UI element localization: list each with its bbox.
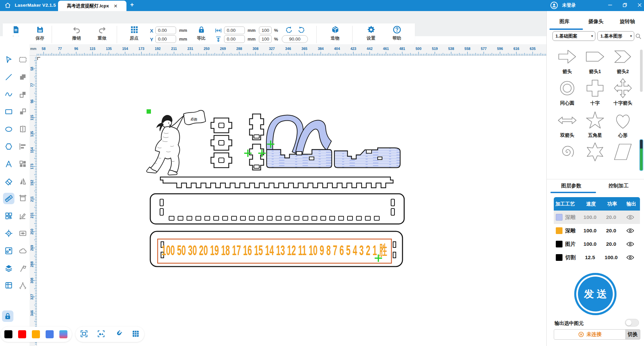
design-canvas[interactable]: mm 5877961151351541731922112312502692883… <box>30 44 546 346</box>
layer-power[interactable]: 20.0 <box>599 241 623 247</box>
panel-scrollbar[interactable] <box>640 50 643 92</box>
home-icon[interactable] <box>4 2 11 9</box>
settings-button[interactable]: 设置 <box>362 25 380 45</box>
tool-exclude-icon[interactable] <box>17 106 29 117</box>
eye-icon[interactable] <box>623 226 638 235</box>
tool-align-icon[interactable] <box>17 141 29 152</box>
person-flag-sketch[interactable]: 必胜 <box>147 110 206 175</box>
vertical-pieces[interactable] <box>250 114 264 170</box>
tab-close-icon[interactable]: ✕ <box>114 3 118 9</box>
rotate-cw-icon[interactable] <box>297 26 306 34</box>
tab-library[interactable]: 图库 <box>559 18 570 25</box>
color-swatch[interactable] <box>4 330 12 338</box>
y-input[interactable]: 0.00 <box>155 35 176 43</box>
tool-flag-icon[interactable] <box>17 263 29 274</box>
angle-input[interactable]: 90.00 <box>282 35 308 43</box>
tool-cloud-icon[interactable] <box>17 245 29 256</box>
tool-curve-icon[interactable] <box>3 89 14 100</box>
make-button[interactable]: 造物 <box>326 25 344 45</box>
shape-item-cross[interactable]: 十字 <box>583 78 607 106</box>
layer-row[interactable]: 图片100.020.0 <box>554 237 640 251</box>
window-minimize-icon[interactable] <box>607 2 613 8</box>
grid9-icon[interactable] <box>131 329 140 340</box>
layer-power[interactable]: 20.0 <box>599 228 623 234</box>
output-selected-toggle[interactable] <box>625 319 639 327</box>
tool-frame-icon[interactable] <box>17 193 29 204</box>
tab-control-process[interactable]: 控制加工 <box>608 183 629 189</box>
tool-node-edit-icon[interactable] <box>17 210 29 222</box>
layer-color-swatch[interactable] <box>556 227 562 234</box>
switch-device-button[interactable]: 切换 <box>625 330 640 339</box>
shape-item-star5[interactable]: 五角星 <box>583 110 607 138</box>
shape-item-double-arrow[interactable]: 双箭头 <box>555 110 579 138</box>
tool-split-icon[interactable] <box>17 123 29 135</box>
layer-color-swatch[interactable] <box>556 254 562 261</box>
tool-line-icon[interactable] <box>3 71 14 83</box>
shape-item-arrow-right[interactable]: 箭头 <box>555 46 579 75</box>
tool-position-icon[interactable] <box>3 228 14 239</box>
selection-handle[interactable] <box>147 109 151 114</box>
layer-row[interactable]: 深雕100.020.0 <box>554 224 640 237</box>
layer-power[interactable]: 100.0 <box>599 254 623 261</box>
x-input[interactable]: 0.00 <box>155 26 176 34</box>
tool-weld-icon[interactable] <box>17 228 29 239</box>
slot-plate[interactable] <box>150 194 404 224</box>
tool-eraser-icon[interactable] <box>3 176 14 187</box>
help-button[interactable]: 帮助 <box>388 25 406 45</box>
width-pct-input[interactable]: 100 <box>259 26 272 34</box>
tool-marquee-icon[interactable] <box>17 54 29 65</box>
window-restore-icon[interactable] <box>622 2 628 8</box>
document-tab[interactable]: 高考进度提醒灯.lcpx ✕ <box>58 1 126 11</box>
shape-item-chevron[interactable]: 箭头2 <box>611 46 635 75</box>
shape-item-star6[interactable] <box>583 141 607 164</box>
crop-frame-icon[interactable] <box>79 329 89 340</box>
color-swatch[interactable] <box>32 330 40 338</box>
shape-item-cross-arrows[interactable]: 十字箭头 <box>611 78 635 106</box>
height-input[interactable]: 0.00 <box>224 35 245 43</box>
shape-item-spiral[interactable] <box>555 141 579 164</box>
user-avatar-icon[interactable] <box>550 1 558 9</box>
blue-engrave-left[interactable] <box>266 115 332 168</box>
comb-strip[interactable] <box>160 177 393 188</box>
shape-item-concentric[interactable]: 同心圆 <box>555 78 579 106</box>
color-swatch[interactable] <box>18 330 26 338</box>
login-status[interactable]: 未登录 <box>562 2 576 8</box>
new-tab-button[interactable]: + <box>130 1 134 8</box>
countdown-numbers[interactable]: 100 50 30 20 19 18 17 16 15 14 13 12 11 … <box>162 242 387 258</box>
eye-icon[interactable] <box>623 213 638 222</box>
shape-item-parallelogram[interactable] <box>611 141 635 164</box>
tool-image-nest-icon[interactable] <box>3 245 14 256</box>
tool-ruler-icon[interactable] <box>3 193 14 204</box>
connection-status[interactable]: 未连接 <box>554 330 625 339</box>
tool-rect-icon[interactable] <box>3 106 14 117</box>
tool-cut-icon[interactable] <box>17 280 29 291</box>
undo-button[interactable]: 撤销 <box>67 25 86 45</box>
tool-lock-icon[interactable] <box>2 310 13 322</box>
tool-mirror-icon[interactable] <box>17 176 29 187</box>
shape-item-arrow-pentagon[interactable]: 箭头1 <box>583 46 607 75</box>
eye-icon[interactable] <box>623 240 638 248</box>
tab-pieces[interactable] <box>211 118 232 168</box>
layer-row[interactable]: 深雕100.020.0 <box>554 211 640 224</box>
send-button[interactable]: 发送 <box>574 273 616 315</box>
tool-array-icon[interactable] <box>3 280 14 291</box>
tool-polygon-icon[interactable] <box>3 141 14 152</box>
origin-button[interactable]: 原点 <box>125 25 143 45</box>
magnet-icon[interactable] <box>114 329 123 340</box>
layer-speed[interactable]: 100.0 <box>581 241 599 247</box>
search-icon[interactable] <box>635 33 642 40</box>
category-dropdown[interactable]: 1.基础图案 ▾ <box>552 31 595 41</box>
tool-subtract-icon[interactable] <box>17 89 29 100</box>
tool-layers-icon[interactable] <box>3 263 14 274</box>
tool-text-icon[interactable] <box>3 158 14 170</box>
eye-icon[interactable] <box>623 253 638 262</box>
number-plate[interactable]: 100 50 30 20 19 18 17 16 15 14 13 12 11 … <box>150 231 402 267</box>
redo-button[interactable]: 重做 <box>93 25 111 45</box>
layer-power[interactable]: 20.0 <box>599 214 623 220</box>
tool-grid-icon[interactable] <box>17 158 29 170</box>
layer-color-swatch[interactable] <box>556 214 562 221</box>
smart-select-icon[interactable] <box>97 329 106 340</box>
height-pct-input[interactable]: 100 <box>259 35 272 43</box>
layer-speed[interactable]: 100.0 <box>581 214 599 220</box>
width-input[interactable]: 0.00 <box>224 26 245 34</box>
